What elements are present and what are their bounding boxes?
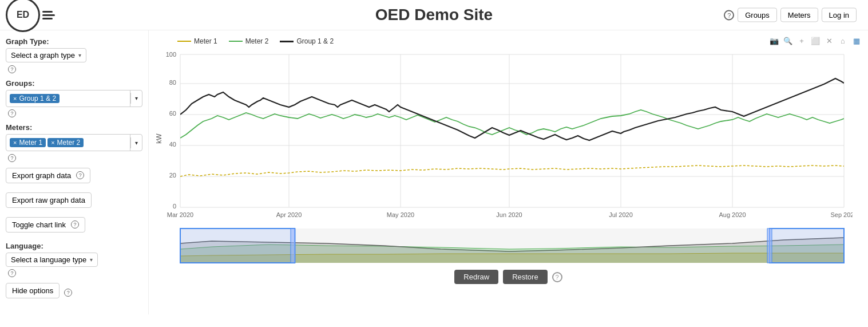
sidebar: Graph Type: Select a graph type ▾ ? Grou… (0, 30, 149, 314)
chart-area: 📷 🔍 + ⬜ ✕ ⌂ ▦ Meter 1 Meter 2 Group 1 & … (149, 30, 868, 314)
legend-meter2: Meter 2 (229, 37, 269, 45)
main-chart[interactable]: 0 20 40 60 80 100 kW (154, 50, 853, 227)
svg-text:Apr 2020: Apr 2020 (276, 211, 302, 218)
group-tag-remove-icon[interactable]: × (13, 95, 17, 102)
chart-legend: Meter 1 Meter 2 Group 1 & 2 (154, 35, 862, 48)
groups-help-icon[interactable]: ? (8, 109, 16, 117)
legend-group1: Group 1 & 2 (280, 37, 334, 45)
groups-section: Groups: × Group 1 & 2 ▾ ? (6, 79, 142, 118)
bar-chart-icon[interactable]: ▦ (851, 35, 862, 46)
logo-speaker-bars (42, 11, 55, 19)
svg-text:Jul 2020: Jul 2020 (609, 211, 633, 218)
export-graph-section: Export graph data ? (6, 168, 142, 187)
group1-line (180, 78, 844, 140)
meters-dropdown-arrow-icon[interactable]: ▾ (130, 137, 142, 148)
logo-text: ED (17, 10, 29, 20)
graph-type-dropdown[interactable]: Select a graph type ▾ (6, 48, 86, 62)
plus-icon[interactable]: + (796, 35, 807, 46)
language-help-icon[interactable]: ? (8, 269, 16, 277)
logo-circle: ED (6, 0, 40, 32)
range-selector[interactable] (154, 227, 862, 267)
graph-type-section: Graph Type: Select a graph type ▾ ? (6, 37, 142, 73)
language-value: Select a language type (11, 255, 86, 264)
meters-help-icon[interactable]: ? (8, 154, 16, 162)
svg-text:80: 80 (169, 79, 176, 86)
meter1-tag: × Meter 1 (10, 138, 46, 147)
svg-text:May 2020: May 2020 (387, 211, 414, 218)
meter2-tag-label: Meter 2 (57, 139, 81, 147)
svg-text:Aug 2020: Aug 2020 (719, 211, 746, 218)
legend-meter1: Meter 1 (177, 37, 217, 45)
toggle-chart-button[interactable]: Toggle chart link ? (6, 217, 85, 233)
chart-bottom: Redraw Restore ? (154, 270, 862, 284)
chart-bottom-help-icon[interactable]: ? (552, 272, 562, 282)
hide-options-row: Hide options ? (6, 283, 142, 302)
range-right-handle[interactable] (767, 228, 772, 263)
header-help-icon[interactable]: ? (724, 10, 734, 20)
meter2-tag: × Meter 2 (47, 138, 84, 147)
login-button[interactable]: Log in (822, 8, 857, 22)
legend-meter1-line (177, 41, 191, 42)
zoom-icon[interactable]: 🔍 (782, 35, 794, 46)
graph-type-help-icon[interactable]: ? (8, 65, 16, 73)
group-tag: × Group 1 & 2 (10, 94, 60, 103)
graph-type-arrow-icon: ▾ (78, 52, 81, 58)
meter2-tag-remove-icon[interactable]: × (51, 139, 54, 146)
legend-group1-label: Group 1 & 2 (296, 37, 334, 45)
legend-meter1-label: Meter 1 (194, 37, 217, 45)
export-raw-label: Export raw graph data (12, 196, 85, 204)
legend-group1-line (280, 41, 294, 42)
chart-toolbar: 📷 🔍 + ⬜ ✕ ⌂ ▦ (768, 35, 862, 46)
groups-button[interactable]: Groups (738, 8, 777, 22)
home-icon[interactable]: ⌂ (837, 35, 849, 46)
svg-rect-0 (180, 53, 844, 207)
groups-label: Groups: (6, 79, 142, 88)
svg-text:40: 40 (169, 141, 176, 148)
meters-section: Meters: × Meter 1 × Meter 2 ▾ ? (6, 123, 142, 162)
meter1-line (180, 166, 844, 176)
meter1-tag-remove-icon[interactable]: × (13, 139, 17, 146)
export-graph-button[interactable]: Export graph data ? (6, 168, 90, 183)
legend-meter2-line (229, 41, 243, 42)
toggle-chart-section: Toggle chart link ? (6, 217, 142, 236)
meters-input-wrapper: × Meter 1 × Meter 2 ▾ (6, 134, 142, 151)
meters-tag-input[interactable]: × Meter 1 × Meter 2 (6, 136, 130, 149)
y-axis-label: kW (155, 133, 163, 144)
export-graph-label: Export graph data (12, 171, 71, 180)
svg-text:Sep 2020: Sep 2020 (830, 211, 853, 218)
groups-dropdown-arrow-icon[interactable]: ▾ (130, 93, 142, 104)
svg-text:100: 100 (166, 51, 176, 58)
language-arrow-icon: ▾ (90, 257, 93, 263)
legend-meter2-label: Meter 2 (245, 37, 269, 45)
hide-options-help-icon[interactable]: ? (64, 289, 72, 297)
meters-button[interactable]: Meters (780, 8, 818, 22)
restore-button[interactable]: Restore (503, 270, 548, 284)
site-title: OED Demo Site (375, 6, 493, 24)
camera-icon[interactable]: 📷 (768, 35, 780, 46)
svg-text:20: 20 (169, 172, 176, 179)
meters-label: Meters: (6, 123, 142, 132)
main-layout: Graph Type: Select a graph type ▾ ? Grou… (0, 30, 868, 314)
language-section: Language: Select a language type ▾ ? (6, 242, 142, 278)
toggle-chart-label: Toggle chart link (12, 220, 66, 229)
redraw-button[interactable]: Redraw (454, 270, 498, 284)
group-tag-label: Group 1 & 2 (19, 94, 56, 103)
square-icon[interactable]: ⬜ (810, 35, 821, 46)
range-left-handle[interactable] (291, 228, 295, 263)
chart-svg-container: 0 20 40 60 80 100 kW (154, 50, 862, 227)
language-label: Language: (6, 242, 142, 250)
cross-icon[interactable]: ✕ (823, 35, 835, 46)
hide-options-button[interactable]: Hide options (6, 283, 60, 298)
export-raw-button[interactable]: Export raw graph data (6, 192, 92, 208)
range-left-selection[interactable] (180, 228, 295, 263)
export-graph-help-icon[interactable]: ? (76, 171, 84, 179)
svg-text:Jun 2020: Jun 2020 (496, 211, 522, 218)
range-chart[interactable] (154, 227, 853, 267)
language-dropdown[interactable]: Select a language type ▾ (6, 253, 98, 267)
svg-text:0: 0 (173, 203, 176, 210)
range-right-selection[interactable] (770, 228, 844, 263)
toggle-chart-help-icon[interactable]: ? (71, 220, 79, 228)
groups-tag-input[interactable]: × Group 1 & 2 (6, 92, 130, 105)
header: ED OED Demo Site ? Groups Meters Log in (0, 0, 868, 30)
export-raw-section: Export raw graph data (6, 192, 142, 211)
